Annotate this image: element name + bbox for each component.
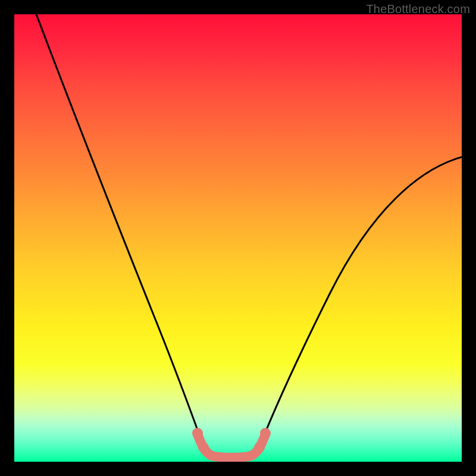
valley-marker-dot-right-top [260,428,271,439]
curves-overlay [14,14,462,462]
valley-marker-dot-left-top [192,428,203,439]
right-curve [256,157,462,455]
plot-area [14,14,462,462]
left-curve [36,14,206,455]
valley-marker-dot-right-mid [254,442,265,453]
chart-stage: TheBottleneck.com [0,0,476,476]
valley-marker-dot-left-mid [198,442,209,453]
watermark-text: TheBottleneck.com [366,2,470,16]
